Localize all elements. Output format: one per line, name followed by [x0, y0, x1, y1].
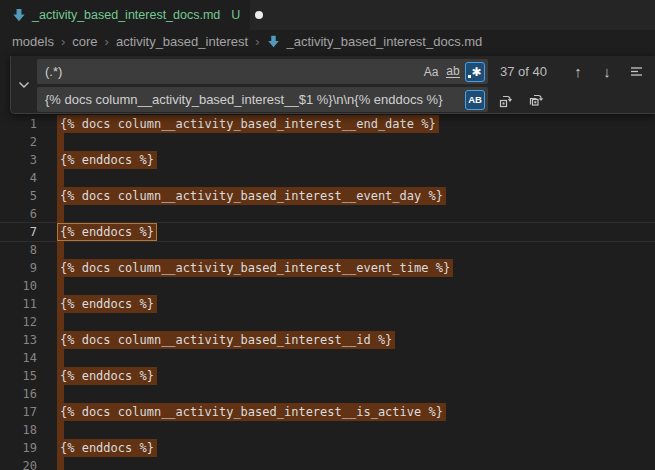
match-case-button[interactable]: Aa: [421, 62, 441, 82]
line-content: {% enddocs %}: [60, 439, 157, 457]
code-line[interactable]: 9{% docs column__activity_based_interest…: [0, 259, 655, 277]
find-match: {% enddocs %}: [57, 151, 157, 169]
whole-word-button[interactable]: ab: [443, 62, 463, 82]
line-content: {% docs column__activity_based_interest_…: [60, 115, 439, 133]
code-line[interactable]: 18: [0, 421, 655, 439]
code-lines: 1{% docs column__activity_based_interest…: [0, 115, 655, 470]
breadcrumb-item-file[interactable]: _activity_based_interest_docs.md: [287, 34, 483, 49]
line-content: [60, 349, 64, 367]
line-number: 4: [0, 169, 37, 187]
line-content: {% docs column__activity_based_interest_…: [60, 403, 446, 421]
markdown-file-icon: [267, 35, 280, 48]
replace-input[interactable]: {% docs column__activity_based_interest_…: [37, 87, 488, 112]
line-number: 8: [0, 241, 37, 259]
line-content: [60, 313, 64, 331]
line-content: {% enddocs %}: [60, 367, 157, 385]
find-match: {% docs column__activity_based_interest_…: [57, 403, 446, 421]
code-line[interactable]: 5{% docs column__activity_based_interest…: [0, 187, 655, 205]
line-number: 15: [0, 367, 37, 385]
code-line[interactable]: 7{% enddocs %}: [0, 223, 655, 241]
toggle-replace-chevron-icon[interactable]: [15, 76, 33, 94]
previous-match-icon[interactable]: ↑: [569, 63, 587, 81]
line-number: 9: [0, 259, 37, 277]
line-content: [60, 277, 64, 295]
chevron-right-icon: ›: [61, 34, 65, 49]
find-match-empty-highlight: [57, 205, 64, 223]
match-count: 37 of 40: [500, 64, 560, 79]
line-number: 12: [0, 313, 37, 331]
find-match: {% enddocs %}: [57, 295, 157, 313]
find-match: {% enddocs %}: [57, 439, 157, 457]
line-number: 13: [0, 331, 37, 349]
line-number: 14: [0, 349, 37, 367]
replace-icon[interactable]: [497, 91, 515, 109]
line-content: {% docs column__activity_based_interest_…: [60, 331, 395, 349]
chevron-right-icon: ›: [255, 34, 259, 49]
line-content: {% enddocs %}: [60, 295, 157, 313]
find-match-empty-highlight: [57, 349, 64, 367]
code-line[interactable]: 13{% docs column__activity_based_interes…: [0, 331, 655, 349]
find-in-selection-icon[interactable]: [627, 63, 645, 81]
find-match: {% docs column__activity_based_interest_…: [57, 259, 453, 277]
code-line[interactable]: 20: [0, 457, 655, 470]
replace-value: {% docs column__activity_based_interest_…: [45, 92, 463, 107]
unsaved-changes-dot-icon[interactable]: [255, 11, 263, 19]
line-number: 2: [0, 133, 37, 151]
editor-tab[interactable]: _activity_based_interest_docs.md U: [0, 0, 250, 30]
line-content: [60, 205, 64, 223]
code-line[interactable]: 1{% docs column__activity_based_interest…: [0, 115, 655, 133]
line-content: [60, 169, 64, 187]
find-match-empty-highlight: [57, 385, 64, 403]
line-content: {% enddocs %}: [60, 151, 157, 169]
find-match-empty-highlight: [57, 169, 64, 187]
find-match-empty-highlight: [57, 457, 64, 470]
preserve-case-button[interactable]: AB: [465, 90, 485, 110]
line-content: {% docs column__activity_based_interest_…: [60, 187, 446, 205]
line-content: [60, 457, 64, 470]
code-line[interactable]: 10: [0, 277, 655, 295]
line-content: [60, 241, 64, 259]
code-line[interactable]: 4: [0, 169, 655, 187]
code-line[interactable]: 14: [0, 349, 655, 367]
next-match-icon[interactable]: ↓: [598, 63, 616, 81]
code-line[interactable]: 8: [0, 241, 655, 259]
code-line[interactable]: 3{% enddocs %}: [0, 151, 655, 169]
tab-bar: _activity_based_interest_docs.md U: [0, 0, 655, 30]
git-status-badge: U: [231, 8, 240, 22]
code-line[interactable]: 16: [0, 385, 655, 403]
find-match-empty-highlight: [57, 313, 64, 331]
line-number: 7: [0, 223, 37, 241]
code-line[interactable]: 6: [0, 205, 655, 223]
code-line[interactable]: 12: [0, 313, 655, 331]
code-line[interactable]: 17{% docs column__activity_based_interes…: [0, 403, 655, 421]
line-number: 10: [0, 277, 37, 295]
line-number: 17: [0, 403, 37, 421]
find-match: {% enddocs %}: [57, 367, 157, 385]
line-content: {% docs column__activity_based_interest_…: [60, 259, 453, 277]
replace-all-icon[interactable]: [527, 91, 545, 109]
line-content: [60, 133, 64, 151]
code-line[interactable]: 15{% enddocs %}: [0, 367, 655, 385]
chevron-right-icon: ›: [105, 34, 109, 49]
breadcrumb: models › core › activity_based_interest …: [0, 30, 655, 52]
markdown-file-icon: [12, 8, 26, 22]
find-match: {% docs column__activity_based_interest_…: [57, 331, 395, 349]
breadcrumb-item-folder[interactable]: activity_based_interest: [116, 34, 248, 49]
line-number: 3: [0, 151, 37, 169]
code-line[interactable]: 19{% enddocs %}: [0, 439, 655, 457]
regex-button[interactable]: ✱: [465, 62, 485, 82]
breadcrumb-item-core[interactable]: core: [72, 34, 97, 49]
code-line[interactable]: 2: [0, 133, 655, 151]
tab-title: _activity_based_interest_docs.md: [32, 8, 220, 22]
breadcrumb-item-models[interactable]: models: [12, 34, 54, 49]
line-number: 18: [0, 421, 37, 439]
code-line[interactable]: 11{% enddocs %}: [0, 295, 655, 313]
line-number: 5: [0, 187, 37, 205]
find-match-empty-highlight: [57, 133, 64, 151]
find-query: (.*): [45, 64, 419, 79]
find-row: (.*) Aa ab ✱ 37 of 40 ↑ ↓ ✕: [37, 59, 655, 84]
find-match-empty-highlight: [57, 421, 64, 439]
line-number: 1: [0, 115, 37, 133]
find-input[interactable]: (.*) Aa ab ✱: [37, 59, 488, 84]
line-number: 6: [0, 205, 37, 223]
